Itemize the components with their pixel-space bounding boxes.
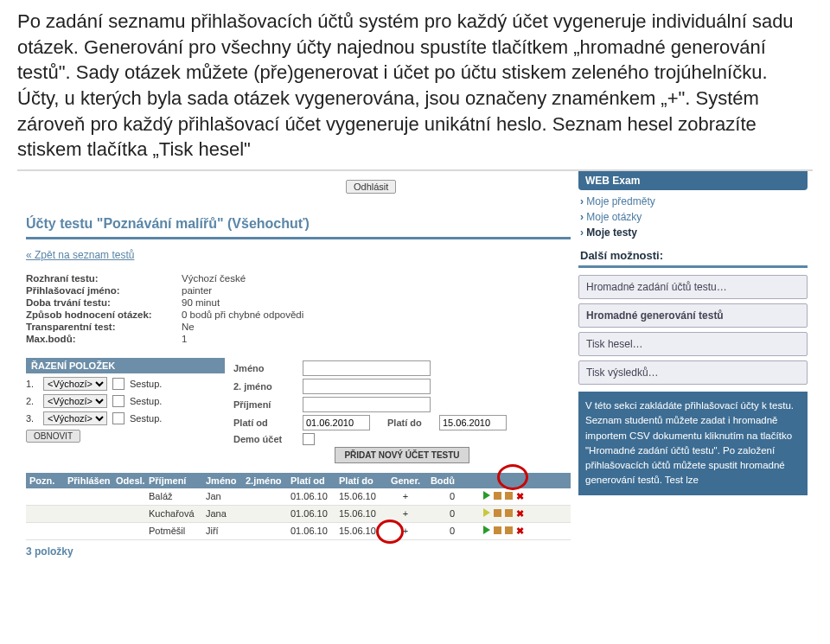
bulk-generate-button[interactable]: Hromadné generování testů [578,303,808,328]
input-pod[interactable] [303,415,370,430]
sort-desc-check-2[interactable] [112,395,124,407]
print-results-button[interactable]: Tisk výsledků… [578,360,808,385]
meta-block: Rozhraní testu:Výchozí české Přihlašovac… [26,273,571,344]
th-sur: Příjmení [149,475,206,486]
lbl-pdo: Platí do [387,418,439,428]
cell-name: Jan [206,491,246,502]
sort-select-3[interactable]: <Výchozí> [43,411,107,425]
sort-desc-check-3[interactable] [112,412,124,424]
cell-to: 15.06.10 [339,491,387,502]
th-bod: Bodů [424,475,455,486]
bulk-accounts-button[interactable]: Hromadné zadání účtů testu… [578,275,808,299]
note-icon[interactable] [505,492,513,500]
cell-name: Jana [206,508,246,520]
th-pri: Přihlášen [67,475,116,486]
sort-num: 1. [26,379,38,389]
sort-desc-label: Sestup. [130,379,162,389]
meta-val: 0 bodů při chybné odpovědi [182,309,303,320]
cell-score: 0 [424,508,455,520]
sidebar: WEB Exam › Moje předměty › Moje otázky ›… [573,171,813,495]
meta-val: 90 minut [182,297,220,308]
sidebar-subtitle: Další možnosti: [580,249,808,262]
screenshot-area: Odhlásit Účty testu "Poznávání malířů" (… [17,169,813,560]
sort-desc-label: Sestup. [130,413,162,424]
th-pod: Platí od [290,475,339,486]
table-header: Pozn. Přihlášen Odesl. Příjmení Jméno 2.… [26,473,571,488]
edit-icon[interactable] [494,492,501,500]
add-account-button[interactable]: PŘIDAT NOVÝ ÚČET TESTU [335,447,469,463]
input-prij[interactable] [303,397,431,412]
lbl-jmeno2: 2. jméno [233,381,303,392]
sort-select-2[interactable]: <Výchozí> [43,394,107,408]
meta-key: Způsob hodnocení otázek: [26,309,182,320]
input-pdo[interactable] [439,415,507,430]
sidebar-link-questions[interactable]: › Moje otázky [578,209,808,225]
meta-key: Transparentní test: [26,322,182,332]
main-panel: Účty testu "Poznávání malířů" (Všehochuť… [17,171,571,558]
th-j2: 2.jméno [246,475,290,486]
delete-icon[interactable]: ✖ [516,508,524,520]
table-row: Baláž Jan 01.06.10 15.06.10 + 0 ✖ [26,488,571,506]
back-link[interactable]: « Zpět na seznam testů [26,249,134,261]
th-ode: Odesl. [116,475,149,486]
meta-key: Přihlašovací jméno: [26,285,182,296]
sort-title: ŘAZENÍ POLOŽEK [26,358,225,373]
sidebar-link-subjects[interactable]: › Moje předměty [578,194,808,209]
cell-name: Jiří [206,526,246,537]
cell-from: 01.06.10 [290,491,339,502]
sidebar-header: WEB Exam [578,171,808,190]
edit-icon[interactable] [494,526,501,534]
cell-gen: + [387,508,424,520]
sort-num: 2. [26,396,38,406]
refresh-button[interactable]: OBNOVIT [26,430,80,443]
cell-from: 01.06.10 [290,508,339,520]
cell-surname: Baláž [149,491,206,502]
note-icon[interactable] [505,509,513,517]
meta-key: Doba trvání testu: [26,297,182,308]
th-gen: Gener. [387,475,424,486]
cell-gen: + [387,491,424,502]
sort-select-1[interactable]: <Výchozí> [43,377,107,391]
edit-icon[interactable] [494,509,501,517]
cell-to: 15.06.10 [339,508,387,520]
page-title: Účty testu "Poznávání malířů" (Všehochuť… [26,216,571,232]
divider [578,265,808,268]
cell-score: 0 [424,526,455,537]
row-count: 3 položky [26,545,571,558]
table-row: Potměšil Jiří 01.06.10 15.06.10 + 0 ✖ [26,523,571,540]
sidebar-link-tests[interactable]: › Moje testy [578,225,808,240]
lbl-jmeno: Jméno [233,363,303,373]
meta-val: 1 [182,334,187,344]
generate-icon[interactable] [483,508,490,517]
input-jmeno[interactable] [303,360,431,376]
lbl-pod: Platí od [233,418,303,428]
cell-score: 0 [424,491,455,502]
sidebar-info: V této sekci zakládáte přihlašovací účty… [578,392,808,495]
delete-icon[interactable]: ✖ [516,526,524,537]
sort-num: 3. [26,413,38,424]
meta-val: painter [182,285,212,296]
meta-val: Ne [182,322,195,332]
lbl-demo: Demo účet [233,434,303,444]
th-jm: Jméno [206,475,246,486]
highlight-circle-icon [376,520,404,544]
lbl-prij: Příjmení [233,399,303,410]
meta-key: Max.bodů: [26,334,182,344]
meta-key: Rozhraní testu: [26,273,182,284]
sort-panel: ŘAZENÍ POLOŽEK 1.<Výchozí>Sestup. 2.<Výc… [26,358,225,461]
sort-desc-check-1[interactable] [112,378,124,390]
generate-icon[interactable] [483,526,490,534]
doc-paragraph: Po zadání seznamu přihlašovacích účtů sy… [17,9,813,163]
cell-from: 01.06.10 [290,526,339,537]
meta-val: Výchozí české [182,273,246,284]
th-pozn: Pozn. [29,475,67,486]
highlight-circle-icon [497,464,528,490]
note-icon[interactable] [505,526,513,534]
print-passwords-button[interactable]: Tisk hesel… [578,332,808,356]
demo-check[interactable] [303,433,315,445]
delete-icon[interactable]: ✖ [516,491,524,502]
sort-desc-label: Sestup. [130,396,162,406]
generate-icon[interactable] [483,491,490,500]
cell-surname: Potměšil [149,526,206,537]
input-jmeno2[interactable] [303,379,431,394]
